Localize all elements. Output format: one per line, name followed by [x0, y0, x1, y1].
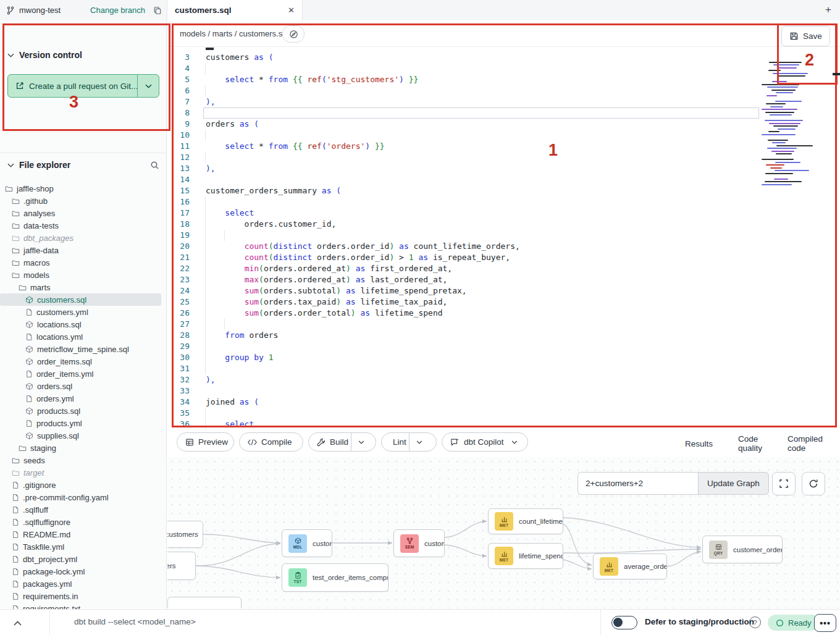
file-tree-item-order_items.yml[interactable]: order_items.yml — [0, 368, 166, 380]
file-tree-item-requirements.in[interactable]: requirements.in — [0, 590, 166, 602]
file-tree-item-orders.sql[interactable]: orders.sql — [0, 380, 166, 392]
file-tree-item-.pre-commit-config.yaml[interactable]: .pre-commit-config.yaml — [0, 491, 166, 503]
create-pull-request-button[interactable]: Create a pull request on Git... — [7, 74, 159, 98]
build-split-button[interactable]: Build — [308, 432, 376, 452]
code-line-29[interactable]: 29 — [167, 341, 840, 352]
fullscreen-button[interactable] — [772, 472, 796, 495]
file-tree-item-.sqlfluff[interactable]: .sqlfluff — [0, 503, 166, 516]
file-tree-item-seeds[interactable]: seeds — [0, 454, 166, 466]
tab-close-icon[interactable]: ✕ — [288, 6, 295, 15]
lineage-node-customer_order_metrics[interactable]: QRYcustomer_order_metrics — [702, 536, 783, 563]
file-tree-item-staging[interactable]: staging — [0, 442, 166, 454]
code-line-16[interactable]: 16 — [167, 196, 840, 208]
command-input[interactable]: dbt build --select <model_name> — [74, 617, 196, 626]
file-tree-item-metricflow_time_spine.sql[interactable]: metricflow_time_spine.sql — [0, 343, 166, 355]
code-line-27[interactable]: 27 — [167, 319, 840, 330]
status-ready-badge[interactable]: Ready — [768, 615, 820, 631]
copy-icon[interactable] — [153, 6, 162, 15]
lineage-node-average_order_value[interactable]: METaverage_order_value — [593, 553, 667, 579]
copilot-circle-icon[interactable] — [282, 25, 304, 43]
code-line-6[interactable]: 6 — [167, 85, 840, 96]
file-tree-item-products.yml[interactable]: products.yml — [0, 417, 166, 429]
code-line-12[interactable]: 12 — [167, 152, 840, 163]
file-tree-item-.sqlfluffignore[interactable]: .sqlfluffignore — [0, 516, 166, 528]
minimap[interactable] — [762, 59, 815, 190]
file-tree-item-locations.sql[interactable]: locations.sql — [0, 318, 166, 330]
file-tree-item-.gitignore[interactable]: .gitignore — [0, 479, 166, 491]
file-explorer-header[interactable]: File explorer — [7, 160, 159, 170]
file-tree-item-README.md[interactable]: README.md — [0, 528, 166, 540]
file-tree-item-target[interactable]: target — [0, 466, 166, 479]
file-tree-item-jaffle-shop[interactable]: jaffle-shop — [0, 182, 166, 195]
file-tree-item-order_items.sql[interactable]: order_items.sql — [0, 355, 166, 368]
copilot-dropdown-chevron[interactable] — [506, 440, 523, 444]
code-line-8[interactable]: 8 — [167, 107, 840, 119]
code-line-23[interactable]: 23 max(orders.ordered_at) as last_ordere… — [167, 274, 840, 285]
file-tree-item-data-tests[interactable]: data-tests — [0, 219, 166, 232]
file-tree-item-macros[interactable]: macros — [0, 256, 166, 269]
change-branch-link[interactable]: Change branch — [90, 6, 145, 15]
lineage-selector-input[interactable] — [578, 472, 698, 495]
code-line-13[interactable]: 13), — [167, 163, 840, 174]
lineage-node-stg_customers[interactable]: stg_customers — [167, 521, 203, 548]
tab-results[interactable]: Results — [685, 431, 713, 456]
file-tree-item-locations.yml[interactable]: locations.yml — [0, 330, 166, 343]
file-tree-item-orders.yml[interactable]: orders.yml — [0, 392, 166, 405]
file-tree-item-.github[interactable]: .github — [0, 195, 166, 207]
code-editor[interactable]: 3customers as (45 select * from {{ ref('… — [167, 47, 840, 431]
file-tree-item-marts[interactable]: marts — [0, 281, 166, 293]
code-line-26[interactable]: 26 sum(orders.order_total) as lifetime_s… — [167, 308, 840, 319]
code-line-18[interactable]: 18 orders.customer_id, — [167, 219, 840, 230]
help-icon[interactable]: ? — [749, 616, 761, 628]
search-icon[interactable] — [150, 161, 159, 170]
code-line-15[interactable]: 15customer_orders_summary as ( — [167, 185, 840, 196]
code-line-22[interactable]: 22 min(orders.ordered_at) as first_order… — [167, 263, 840, 274]
file-tree-item-products.sql[interactable]: products.sql — [0, 405, 166, 417]
lineage-node-customers[interactable]: SEMcustomers — [393, 529, 445, 557]
pr-dropdown-chevron[interactable] — [137, 75, 159, 97]
file-tree-item-analyses[interactable]: analyses — [0, 207, 166, 219]
code-line-5[interactable]: 5 select * from {{ ref('stg_customers') … — [167, 74, 840, 85]
code-line-33[interactable]: 33 — [167, 385, 840, 397]
code-line-31[interactable]: 31 — [167, 363, 840, 374]
update-graph-button[interactable]: Update Graph — [698, 472, 769, 495]
code-line-19[interactable]: 19 — [167, 230, 840, 241]
more-options-button[interactable]: ••• — [814, 614, 836, 632]
file-tree-item-customers.yml[interactable]: customers.yml — [0, 306, 166, 318]
file-tree-item-Taskfile.yml[interactable]: Taskfile.yml — [0, 540, 166, 553]
file-tree-item-packages.yml[interactable]: packages.yml — [0, 578, 166, 590]
version-control-header[interactable]: Version control — [7, 50, 82, 60]
tab-compiled-code[interactable]: Compiled code — [788, 431, 823, 456]
lint-split-button[interactable]: Lint — [381, 432, 437, 452]
code-line-3[interactable]: 3customers as ( — [167, 52, 840, 63]
lineage-node-count_lifetime_orders[interactable]: METcount_lifetime_orders — [488, 508, 563, 534]
tab-code-quality[interactable]: Code quality — [738, 431, 762, 456]
code-line-36[interactable]: 36 select — [167, 419, 840, 430]
file-tree-item-customers.sql[interactable]: customers.sql — [0, 293, 161, 306]
file-tree-item-package-lock.yml[interactable]: package-lock.yml — [0, 565, 166, 578]
expand-caret-icon[interactable] — [14, 617, 22, 628]
lineage-panel[interactable]: stg_customersordersMDLcustomersTSTtest_o… — [167, 457, 840, 608]
file-tree-item-jaffle-data[interactable]: jaffle-data — [0, 244, 166, 256]
code-line-14[interactable]: 14 — [167, 174, 840, 185]
refresh-button[interactable] — [802, 472, 825, 495]
code-line-30[interactable]: 30 group by 1 — [167, 352, 840, 363]
code-line-28[interactable]: 28 from orders — [167, 330, 840, 341]
code-line-34[interactable]: 34joined as ( — [167, 397, 840, 408]
save-button[interactable]: Save — [781, 26, 830, 46]
code-line-9[interactable]: 9orders as ( — [167, 119, 840, 130]
lineage-node-partial[interactable] — [167, 597, 242, 608]
file-tree-item-models[interactable]: models — [0, 269, 166, 281]
file-tree-item-supplies.sql[interactable]: supplies.sql — [0, 429, 166, 442]
lint-dropdown-chevron[interactable] — [410, 440, 429, 444]
lineage-node-lifetime_spend_pretax[interactable]: METlifetime_spend_pretax — [488, 543, 563, 569]
code-line-17[interactable]: 17 select — [167, 208, 840, 219]
code-line-24[interactable]: 24 sum(orders.subtotal) as lifetime_spen… — [167, 285, 840, 296]
code-line-10[interactable]: 10 — [167, 130, 840, 141]
code-line-25[interactable]: 25 sum(orders.tax_paid) as lifetime_tax_… — [167, 296, 840, 308]
defer-toggle[interactable] — [611, 616, 637, 629]
code-line-7[interactable]: 7), — [167, 96, 840, 107]
preview-button[interactable]: Preview — [177, 432, 234, 452]
lineage-node-orders[interactable]: orders — [167, 552, 196, 580]
lineage-node-customers[interactable]: MDLcustomers — [282, 529, 332, 557]
